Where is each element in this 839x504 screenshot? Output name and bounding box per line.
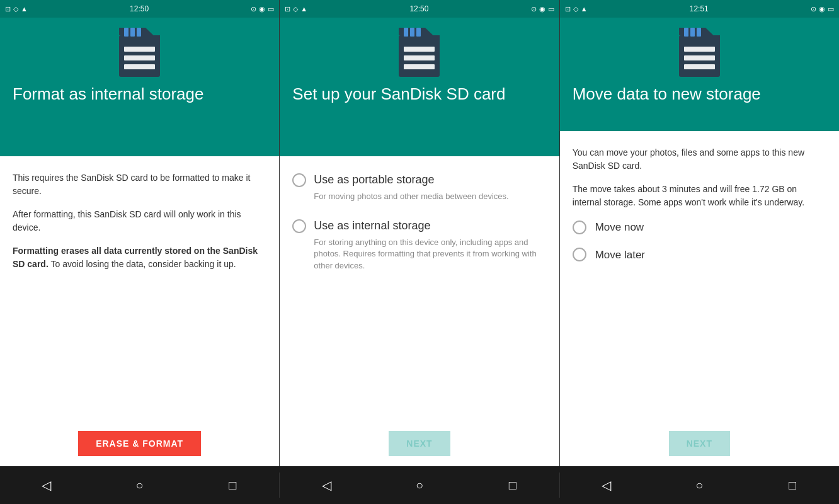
home-button-2[interactable]: ○ xyxy=(407,472,432,498)
sd-card-wrap-2 xyxy=(292,28,546,77)
status-icons-left-2: ⊡ ◇ ▲ xyxy=(285,5,307,13)
screen-actions-1: ERASE & FORMAT xyxy=(0,421,279,466)
diamond-icon-2: ◇ xyxy=(293,5,298,13)
svg-rect-5 xyxy=(124,28,128,37)
screen-actions-2: NEXT xyxy=(280,421,559,466)
svg-rect-23 xyxy=(697,28,701,37)
home-button-3[interactable]: ○ xyxy=(687,472,712,498)
move-later-label: Move later xyxy=(595,247,645,263)
eye-icon-3: ◉ xyxy=(819,5,825,13)
screen-title-1: Format as internal storage xyxy=(13,84,203,104)
signal-icon-1: ▲ xyxy=(21,5,28,13)
status-icons-left-3: ⊡ ◇ ▲ xyxy=(565,5,588,13)
move-now-label: Move now xyxy=(595,219,644,236)
sd-card-wrap-3 xyxy=(573,28,826,77)
erase-format-button[interactable]: ERASE & FORMAT xyxy=(78,431,201,456)
screen-header-3: Move data to new storage xyxy=(560,18,839,131)
portable-storage-label: Use as portable storage xyxy=(292,171,546,188)
battery-icon-1: ▭ xyxy=(268,5,274,13)
next-button-2[interactable]: NEXT xyxy=(389,431,450,456)
portable-storage-radio[interactable] xyxy=(292,173,306,187)
screen-header-2: Set up your SanDisk SD card xyxy=(280,18,559,156)
portable-storage-option[interactable]: Use as portable storage For moving photo… xyxy=(292,171,546,202)
diamond-icon-1: ◇ xyxy=(13,5,18,13)
status-icons-right-1: ⊙ ◉ ▭ xyxy=(251,5,274,13)
para-3-1: You can move your photos, files and some… xyxy=(573,146,826,173)
battery-icon-3: ▭ xyxy=(828,5,834,13)
screen-actions-3: NEXT xyxy=(560,421,839,466)
recents-button-2[interactable]: □ xyxy=(500,472,525,498)
para-3-2: The move takes about 3 minutes and will … xyxy=(573,183,826,209)
status-bar-1: ⊡ ◇ ▲ 12:50 ⊙ ◉ ▭ xyxy=(0,0,279,18)
svg-rect-6 xyxy=(130,28,135,37)
nav-section-3: ◁ ○ □ xyxy=(560,472,839,498)
status-bar-3: ⊡ ◇ ▲ 12:51 ⊙ ◉ ▭ xyxy=(560,0,839,18)
portable-storage-sublabel: For moving photos and other media betwee… xyxy=(292,191,546,202)
sd-card-icon-1 xyxy=(119,28,160,77)
status-bar-2: ⊡ ◇ ▲ 12:50 ⊙ ◉ ▭ xyxy=(280,0,559,18)
svg-rect-7 xyxy=(137,28,141,37)
status-icons-left-1: ⊡ ◇ ▲ xyxy=(5,5,28,13)
signal-icon-2: ▲ xyxy=(300,5,307,13)
nav-section-2: ◁ ○ □ xyxy=(280,472,559,498)
battery-icon-2: ▭ xyxy=(548,5,554,13)
move-now-option[interactable]: Move now xyxy=(573,219,826,236)
svg-rect-11 xyxy=(404,55,435,60)
recents-button-1[interactable]: □ xyxy=(220,472,245,498)
screen-content-1: This requires the SanDisk SD card to be … xyxy=(0,156,279,466)
recents-button-3[interactable]: □ xyxy=(780,472,805,498)
svg-rect-10 xyxy=(404,47,435,52)
internal-storage-option[interactable]: Use as internal storage For storing anyt… xyxy=(292,217,546,272)
svg-rect-3 xyxy=(124,55,155,60)
sd-card-icon-3 xyxy=(679,28,720,77)
svg-rect-19 xyxy=(684,55,715,60)
para-1-3: Formatting erases all data currently sto… xyxy=(13,244,266,271)
screen-content-3: You can move your photos, files and some… xyxy=(560,131,839,466)
status-icons-right-2: ⊙ ◉ ▭ xyxy=(531,5,554,13)
alarm-icon-3: ⊙ xyxy=(811,5,816,13)
cast-icon-3: ⊡ xyxy=(565,5,571,13)
cast-icon-1: ⊡ xyxy=(5,5,11,13)
eye-icon-2: ◉ xyxy=(539,5,545,13)
nav-section-1: ◁ ○ □ xyxy=(0,472,280,498)
portable-storage-text: Use as portable storage xyxy=(314,171,434,188)
sd-card-wrap-1 xyxy=(13,28,266,77)
svg-rect-2 xyxy=(124,47,155,52)
svg-rect-4 xyxy=(124,64,155,69)
status-time-1: 12:50 xyxy=(130,4,149,13)
svg-rect-22 xyxy=(690,28,695,37)
screen-move: ⊡ ◇ ▲ 12:51 ⊙ ◉ ▭ xyxy=(560,0,839,466)
screen-header-1: Format as internal storage xyxy=(0,18,279,156)
next-button-3[interactable]: NEXT xyxy=(669,431,730,456)
svg-rect-20 xyxy=(684,64,715,69)
svg-rect-13 xyxy=(404,28,408,37)
navigation-bar: ◁ ○ □ ◁ ○ □ ◁ ○ □ xyxy=(0,466,839,504)
screen-content-2: Use as portable storage For moving photo… xyxy=(280,156,559,466)
move-now-radio[interactable] xyxy=(573,220,586,234)
diamond-icon-3: ◇ xyxy=(573,5,578,13)
svg-rect-15 xyxy=(416,28,421,37)
back-button-1[interactable]: ◁ xyxy=(34,472,59,498)
status-time-2: 12:50 xyxy=(409,4,428,13)
move-later-radio[interactable] xyxy=(573,248,586,261)
para-1-2: After formatting, this SanDisk SD card w… xyxy=(13,208,266,234)
cast-icon-2: ⊡ xyxy=(285,5,290,13)
svg-rect-12 xyxy=(404,64,435,69)
alarm-icon-2: ⊙ xyxy=(531,5,537,13)
signal-icon-3: ▲ xyxy=(581,5,588,13)
internal-storage-radio[interactable] xyxy=(292,219,306,233)
internal-storage-sublabel: For storing anything on this device only… xyxy=(292,237,546,272)
status-time-3: 12:51 xyxy=(690,4,709,13)
back-button-2[interactable]: ◁ xyxy=(314,472,339,498)
svg-rect-14 xyxy=(410,28,414,37)
screen-setup: ⊡ ◇ ▲ 12:50 ⊙ ◉ ▭ xyxy=(280,0,559,466)
eye-icon-1: ◉ xyxy=(259,5,265,13)
home-button-1[interactable]: ○ xyxy=(127,472,152,498)
internal-storage-text: Use as internal storage xyxy=(314,217,430,234)
screen-title-2: Set up your SanDisk SD card xyxy=(292,84,505,104)
back-button-3[interactable]: ◁ xyxy=(594,472,619,498)
para-1-3-rest: To avoid losing the data, consider backi… xyxy=(50,259,236,269)
screen-title-3: Move data to new storage xyxy=(573,84,761,104)
screen-format: ⊡ ◇ ▲ 12:50 ⊙ ◉ ▭ xyxy=(0,0,280,466)
move-later-option[interactable]: Move later xyxy=(573,247,826,263)
